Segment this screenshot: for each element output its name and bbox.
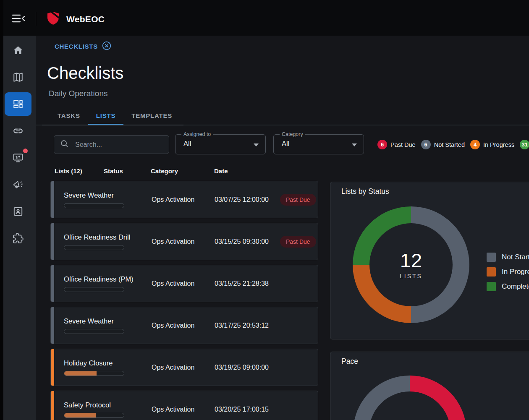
link-icon xyxy=(13,125,24,136)
breadcrumb-chip[interactable]: CHECKLISTS xyxy=(55,41,111,52)
map-icon xyxy=(13,72,24,83)
search-input[interactable] xyxy=(74,141,163,149)
category-label: Category xyxy=(280,131,305,137)
table-row[interactable]: Office Readiness Drill Ops Activation 03… xyxy=(50,223,318,260)
sidebar-item-home[interactable] xyxy=(5,39,31,62)
sidebar-item-broadcast[interactable] xyxy=(5,173,31,196)
list-category: Ops Activation xyxy=(152,349,194,386)
status-summary: 6 Past Due 6 Not Started 4 In Progress 3… xyxy=(377,140,529,149)
breadcrumb-label: CHECKLISTS xyxy=(55,43,98,50)
assigned-to-label: Assigned to xyxy=(181,131,213,137)
table-row[interactable]: Safety Protocol Ops Activation 03/20/25 … xyxy=(50,391,318,420)
list-date: 03/20/25 17:00:15 xyxy=(215,391,269,420)
contact-card-icon xyxy=(13,206,24,217)
webeoc-app-window: WebEOC CHECKLISTS Ch xyxy=(0,0,529,420)
legend-swatch xyxy=(487,253,496,262)
chip-completed[interactable]: 31 xyxy=(520,140,529,149)
not-started-label: Not Started xyxy=(434,141,465,148)
tab-templates[interactable]: TEMPLATES xyxy=(123,107,180,125)
list-date: 03/15/25 09:30:00 xyxy=(215,223,269,260)
not-started-count-badge: 6 xyxy=(421,140,431,149)
list-title: Holiday Closure xyxy=(64,359,113,367)
chip-not-started[interactable]: 6 Not Started xyxy=(421,140,465,149)
assigned-to-value: All xyxy=(183,140,191,148)
in-progress-label: In Progress xyxy=(483,141,514,148)
sidebar-item-process[interactable] xyxy=(5,146,31,170)
list-date: 03/19/25 09:00:00 xyxy=(215,349,269,386)
legend-item-not-started: Not Started xyxy=(487,253,529,262)
search-box[interactable] xyxy=(54,135,169,154)
chevron-down-icon xyxy=(254,143,259,146)
table-row[interactable]: Office Readiness (PM) Ops Activation 03/… xyxy=(50,265,318,302)
panel-title: Lists by Status xyxy=(341,187,389,196)
past-due-label: Past Due xyxy=(390,141,416,148)
lists-by-status-donut-chart xyxy=(353,206,469,323)
list-title: Severe Weather xyxy=(64,317,114,325)
list-date: 03/17/25 20:53:12 xyxy=(215,307,269,344)
lists-by-status-panel: Lists by Status 12 LISTS Not Started In … xyxy=(330,182,529,339)
list-category: Ops Activation xyxy=(152,223,194,260)
puzzle-icon xyxy=(13,233,24,244)
legend-swatch xyxy=(487,282,496,291)
monitor-arrows-icon xyxy=(13,152,24,163)
chip-past-due[interactable]: 6 Past Due xyxy=(377,140,416,149)
list-title: Severe Weather xyxy=(64,191,114,199)
past-due-count-badge: 6 xyxy=(377,140,387,149)
assigned-to-select[interactable]: Assigned to All xyxy=(175,134,266,154)
app-name: WebEOC xyxy=(66,14,105,24)
list-category: Ops Activation xyxy=(152,265,194,302)
top-bar: WebEOC xyxy=(0,0,529,36)
sidebar-item-boards[interactable] xyxy=(5,92,31,116)
megaphone-icon xyxy=(13,179,24,190)
past-due-badge: Past Due xyxy=(280,194,316,206)
col-status: Status xyxy=(104,167,151,175)
boards-icon xyxy=(13,99,24,110)
list-date: 03/07/25 12:00:00 xyxy=(215,181,269,218)
legend-label: Not Started xyxy=(502,253,529,261)
table-row[interactable]: Holiday Closure Ops Activation 03/19/25 … xyxy=(50,349,318,386)
chart-legend: Not Started In Progress Completed xyxy=(487,253,529,291)
notification-dot xyxy=(23,149,28,153)
menu-open-icon[interactable] xyxy=(12,13,25,23)
circle-x-icon[interactable] xyxy=(102,41,111,52)
panel-title: Pace xyxy=(341,357,358,366)
page-subtitle: Daily Operations xyxy=(49,89,107,98)
col-date: Date xyxy=(214,167,228,175)
legend-label: Completed xyxy=(502,282,529,291)
status-stripe xyxy=(51,391,54,420)
tab-lists[interactable]: LISTS xyxy=(88,107,124,125)
list-title: Office Readiness (PM) xyxy=(64,275,134,283)
lists-table: Severe Weather Ops Activation 03/07/25 1… xyxy=(50,181,318,420)
table-row[interactable]: Severe Weather Ops Activation 03/07/25 1… xyxy=(50,181,318,218)
table-row[interactable]: Severe Weather Ops Activation 03/17/25 2… xyxy=(50,307,318,344)
chip-in-progress[interactable]: 4 In Progress xyxy=(470,140,514,149)
page-title: Checklists xyxy=(47,64,123,83)
status-stripe xyxy=(51,181,54,218)
past-due-badge: Past Due xyxy=(280,236,316,248)
list-title: Office Readiness Drill xyxy=(64,233,130,241)
category-value: All xyxy=(282,140,289,148)
tab-tasks[interactable]: TASKS xyxy=(50,107,88,125)
legend-label: In Progress xyxy=(502,268,529,276)
col-lists: Lists (12) xyxy=(55,167,104,175)
in-progress-count-badge: 4 xyxy=(470,140,480,149)
sidebar-item-links[interactable] xyxy=(5,119,31,143)
category-select[interactable]: Category All xyxy=(273,134,364,154)
status-stripe xyxy=(51,265,54,302)
screen-edge xyxy=(0,0,3,420)
progress-bar xyxy=(64,203,124,208)
home-icon xyxy=(13,45,24,56)
status-stripe xyxy=(51,223,54,260)
status-stripe xyxy=(51,307,54,344)
sidebar-nav xyxy=(0,36,36,420)
table-header: Lists (12) Status Category Date xyxy=(55,167,228,175)
sidebar-item-plugins[interactable] xyxy=(5,227,31,250)
topbar-divider xyxy=(36,12,36,26)
legend-item-completed: Completed xyxy=(487,282,529,291)
sidebar-item-map[interactable] xyxy=(5,65,31,89)
sidebar-item-contacts[interactable] xyxy=(5,200,31,223)
search-icon xyxy=(60,139,69,150)
legend-item-in-progress: In Progress xyxy=(487,267,529,277)
tabs-divider-highlight xyxy=(42,125,183,125)
progress-bar xyxy=(64,371,124,376)
